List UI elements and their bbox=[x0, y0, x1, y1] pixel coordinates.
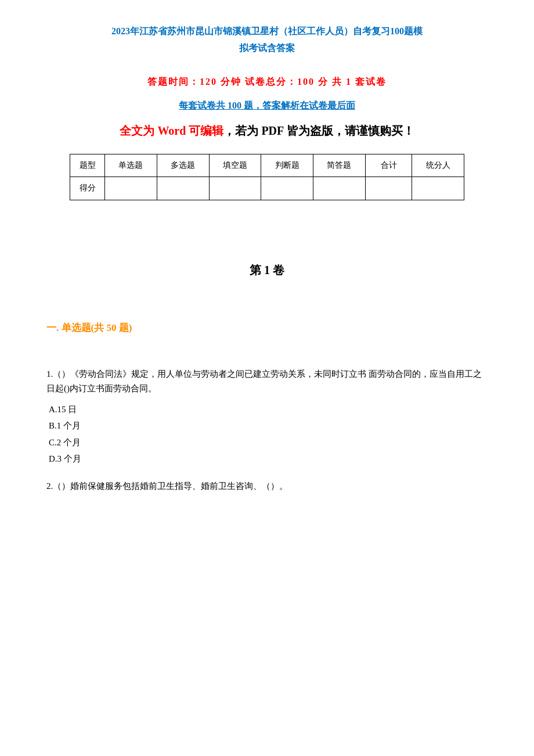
page-title: 2023年江苏省苏州市昆山市锦溪镇卫星村（社区工作人员）自考复习100题模 拟考… bbox=[46, 23, 488, 57]
word-notice-black: ，若为 PDF 皆为盗版，请谨慎购买！ bbox=[223, 124, 414, 137]
col-judge: 判断题 bbox=[261, 154, 313, 177]
word-notice-red: 全文为 Word 可编辑 bbox=[120, 124, 223, 137]
score-total bbox=[365, 177, 412, 200]
col-fill: 填空题 bbox=[209, 154, 261, 177]
section1-header: 一. 单选题(共 50 题) bbox=[46, 320, 488, 336]
vol-title-text: 第 1 卷 bbox=[250, 264, 284, 276]
score-table: 题型 单选题 多选题 填空题 判断题 简答题 合计 统分人 得分 bbox=[70, 154, 464, 200]
col-multi: 多选题 bbox=[157, 154, 209, 177]
question-2-text: 2.（）婚前保健服务包括婚前卫生指导、婚前卫生咨询、（）。 bbox=[46, 479, 488, 494]
score-table-container: 题型 单选题 多选题 填空题 判断题 简答题 合计 统分人 得分 bbox=[70, 154, 464, 200]
exam-notice: 每套试卷共 100 题，答案解析在试卷最后面 bbox=[46, 98, 488, 113]
table-header-row: 题型 单选题 多选题 填空题 判断题 简答题 合计 统分人 bbox=[70, 154, 464, 177]
question-2: 2.（）婚前保健服务包括婚前卫生指导、婚前卫生咨询、（）。 bbox=[46, 479, 488, 494]
col-total: 合计 bbox=[365, 154, 412, 177]
exam-notice-text: 每套试卷共 100 题，答案解析在试卷最后面 bbox=[179, 100, 355, 110]
question-1-text: 1.（）《劳动合同法》规定，用人单位与劳动者之间已建立劳动关系，未同时订立书 面… bbox=[46, 367, 488, 397]
col-short: 简答题 bbox=[313, 154, 366, 177]
score-label: 得分 bbox=[70, 177, 105, 200]
title-line1: 2023年江苏省苏州市昆山市锦溪镇卫星村（社区工作人员）自考复习100题模 bbox=[46, 23, 488, 40]
question-1: 1.（）《劳动合同法》规定，用人单位与劳动者之间已建立劳动关系，未同时订立书 面… bbox=[46, 367, 488, 467]
score-fill bbox=[209, 177, 261, 200]
score-judge bbox=[261, 177, 313, 200]
exam-info-text: 答题时间：120 分钟 试卷总分：100 分 共 1 套试卷 bbox=[147, 77, 387, 87]
section1-title-text: 一. 单选题(共 50 题) bbox=[46, 322, 132, 333]
col-label: 题型 bbox=[70, 154, 105, 177]
question-1-options: A.15 日 B.1 个月 C.2 个月 D.3 个月 bbox=[46, 401, 488, 467]
col-single: 单选题 bbox=[105, 154, 157, 177]
col-scorer: 统分人 bbox=[412, 154, 464, 177]
score-short bbox=[313, 177, 366, 200]
score-single bbox=[105, 177, 157, 200]
score-multi bbox=[157, 177, 209, 200]
score-scorer bbox=[412, 177, 464, 200]
option-1d: D.3 个月 bbox=[49, 451, 488, 467]
option-1b: B.1 个月 bbox=[49, 417, 488, 434]
exam-info: 答题时间：120 分钟 试卷总分：100 分 共 1 套试卷 bbox=[46, 74, 488, 89]
option-1a: A.15 日 bbox=[49, 401, 488, 418]
title-line2: 拟考试含答案 bbox=[46, 40, 488, 57]
word-notice: 全文为 Word 可编辑，若为 PDF 皆为盗版，请谨慎购买！ bbox=[46, 121, 488, 140]
table-score-row: 得分 bbox=[70, 177, 464, 200]
option-1c: C.2 个月 bbox=[49, 434, 488, 451]
vol-title: 第 1 卷 bbox=[46, 261, 488, 279]
